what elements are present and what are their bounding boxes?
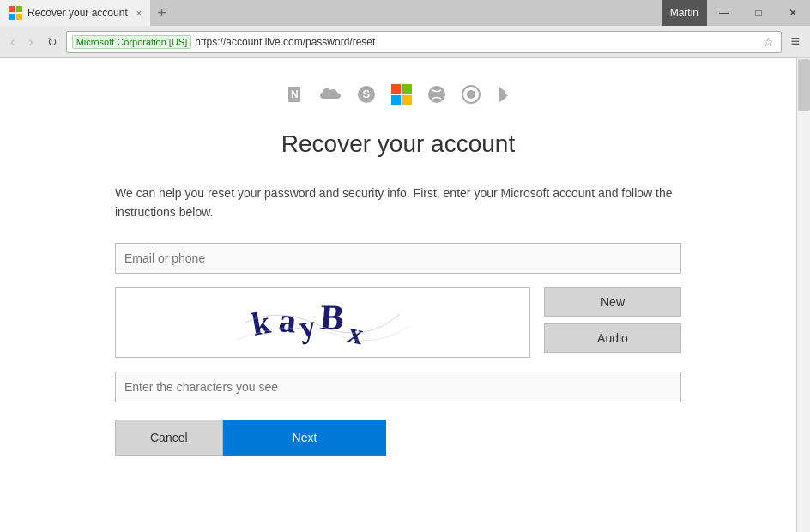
refresh-button[interactable]: ↻ [42, 33, 63, 51]
scrollbar[interactable] [796, 58, 810, 532]
tab-title: Recover your account [27, 7, 128, 19]
microsoft-logo [391, 84, 412, 105]
ms-icons-row: N S [115, 84, 681, 105]
email-input[interactable] [115, 243, 681, 274]
browser-menu-button[interactable]: ≡ [785, 31, 805, 52]
next-button[interactable]: Next [223, 420, 387, 456]
bottom-buttons: Cancel Next [115, 420, 681, 456]
close-button[interactable]: ✕ [776, 0, 810, 26]
svg-rect-1 [16, 6, 22, 12]
url-text: https://account.live.com/password/reset [195, 36, 758, 48]
svg-text:B: B [318, 298, 346, 337]
captcha-input[interactable] [115, 372, 681, 402]
ms-logo-yellow [402, 95, 412, 105]
user-name-label: Martin [662, 0, 707, 26]
onedrive-icon [319, 87, 342, 102]
browser-content: N S [0, 58, 810, 532]
cancel-button[interactable]: Cancel [115, 420, 223, 456]
forward-button[interactable]: › [23, 33, 38, 51]
svg-rect-2 [9, 14, 15, 20]
captcha-svg: k a y B x [116, 288, 529, 357]
scrollbar-thumb [798, 59, 810, 111]
url-icons: ☆ [761, 35, 776, 49]
captcha-buttons: New Audio [544, 287, 681, 358]
title-bar-right: Martin — □ ✕ [662, 0, 810, 26]
svg-text:a: a [277, 300, 298, 341]
url-bar[interactable]: Microsoft Corporation [US] https://accou… [66, 31, 783, 53]
xbox-icon [427, 85, 446, 104]
tab-favicon [9, 6, 22, 20]
svg-rect-3 [16, 14, 22, 20]
ssl-badge: Microsoft Corporation [US] [72, 35, 192, 49]
captcha-image: k a y B x [115, 287, 530, 358]
audio-captcha-button[interactable]: Audio [544, 323, 681, 353]
onenote-icon: N [285, 85, 304, 104]
bing-icon [496, 85, 511, 104]
ms-logo-green [402, 84, 412, 94]
maximize-button[interactable]: □ [741, 0, 776, 26]
svg-text:N: N [291, 88, 299, 100]
ms-logo-blue [391, 95, 401, 105]
svg-text:S: S [363, 88, 371, 100]
tab-close-btn[interactable]: × [136, 8, 142, 18]
svg-point-8 [428, 86, 445, 103]
svg-point-10 [467, 90, 475, 99]
title-bar-left: Recover your account × + [0, 0, 173, 26]
page-title: Recover your account [115, 130, 681, 158]
captcha-form-section [115, 372, 681, 402]
page-area: N S [0, 58, 796, 532]
address-bar: ‹ › ↻ Microsoft Corporation [US] https:/… [0, 26, 810, 58]
svg-rect-0 [9, 6, 15, 12]
new-captcha-button[interactable]: New [544, 287, 681, 317]
minimize-button[interactable]: — [707, 0, 741, 26]
title-bar: Recover your account × + Martin — □ ✕ [0, 0, 810, 26]
page-content: N S [98, 58, 698, 490]
skype2-icon [462, 85, 481, 104]
back-button[interactable]: ‹ [5, 33, 20, 51]
star-icon[interactable]: ☆ [761, 35, 776, 49]
ms-logo-red [391, 84, 401, 94]
skype-icon: S [357, 85, 376, 104]
browser-tab[interactable]: Recover your account × [0, 0, 150, 26]
captcha-row: k a y B x New Audio [115, 287, 681, 358]
email-form-section [115, 243, 681, 274]
new-tab-button[interactable]: + [150, 4, 173, 22]
page-description: We can help you reset your password and … [115, 184, 681, 222]
